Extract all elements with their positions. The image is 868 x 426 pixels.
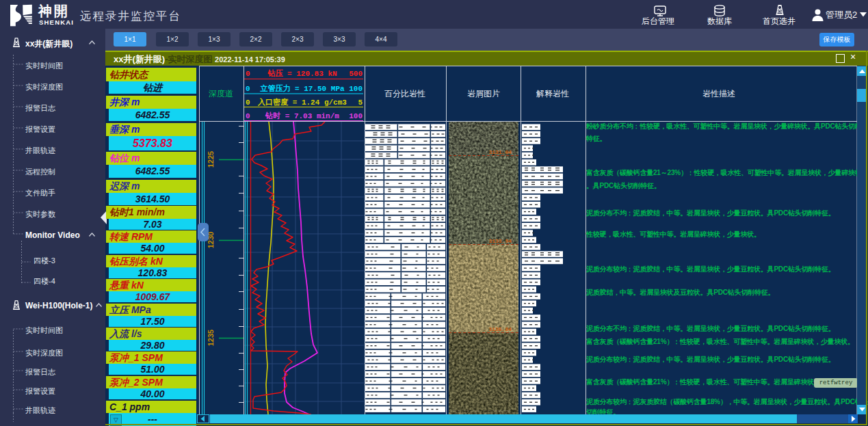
svg-text:5: 5 <box>358 98 363 107</box>
svg-text:100: 100 <box>349 112 363 120</box>
svg-text:500: 500 <box>349 70 363 78</box>
svg-text:钻时 = 7.03 min/m: 钻时 = 7.03 min/m <box>265 111 339 120</box>
svg-text:深度道: 深度道 <box>209 89 233 98</box>
svg-text:0: 0 <box>246 112 250 120</box>
svg-text:0: 0 <box>246 98 250 107</box>
svg-text:100: 100 <box>349 85 363 93</box>
svg-text:3133.94: 3133.94 <box>488 238 512 244</box>
svg-text:百分比岩性: 百分比岩性 <box>384 89 425 98</box>
svg-text:3135.84: 3135.84 <box>488 326 512 332</box>
svg-text:0: 0 <box>246 85 250 93</box>
svg-text:1235: 1235 <box>207 330 215 346</box>
svg-text:入口密度 = 1.24 g/cm3: 入口密度 = 1.24 g/cm3 <box>257 98 347 107</box>
svg-text:1225: 1225 <box>207 151 215 168</box>
svg-text:钻压 = 120.83 kN: 钻压 = 120.83 kN <box>267 69 337 78</box>
svg-text:3131.04: 3131.04 <box>488 149 512 155</box>
svg-text:岩屑图片: 岩屑图片 <box>467 89 500 98</box>
svg-text:立管压力 = 17.50 MPa: 立管压力 = 17.50 MPa <box>259 84 345 93</box>
svg-text:解释岩性: 解释岩性 <box>536 89 569 98</box>
svg-text:0: 0 <box>246 70 250 78</box>
svg-text:岩性描述: 岩性描述 <box>702 89 735 98</box>
